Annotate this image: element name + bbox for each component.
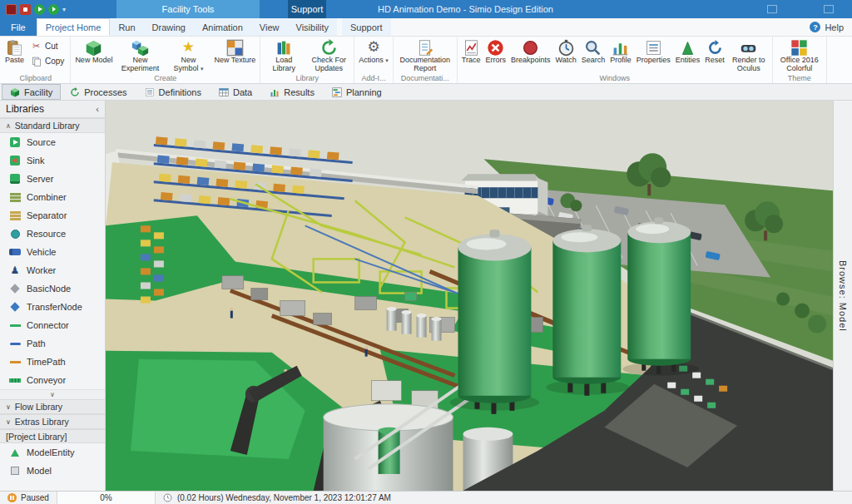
tab-visibility[interactable]: Visibility [288,18,338,36]
extras-library-header[interactable]: ∨ Extras Library [0,414,105,429]
tab-run[interactable]: Run [110,18,143,36]
ribbon-group-documentation: Documentation Report Documentati... [394,37,458,83]
titlebar-gap [260,0,288,18]
tab-file[interactable]: File [0,18,37,36]
documentation-report-button[interactable]: Documentation Report [395,37,455,73]
copy-button[interactable]: Copy [28,55,67,67]
help-button[interactable]: ? Help [801,18,852,36]
standard-library-header[interactable]: ∧ Standard Library [0,118,105,133]
minimize-icon[interactable] [767,5,777,13]
profile-button[interactable]: Profile [607,37,634,73]
properties-button[interactable]: Properties [634,37,673,73]
breakpoints-button[interactable]: Breakpoints [508,37,553,73]
trace-button[interactable]: Trace [459,37,483,73]
new-model-button[interactable]: New Model [72,37,115,73]
library-item-server[interactable]: Server [0,170,105,188]
search-icon [584,38,602,57]
check-for-updates-button[interactable]: Check For Updates [305,37,352,73]
tab-data[interactable]: Data [211,84,260,100]
library-item-sink[interactable]: Sink [0,151,105,170]
source-icon [9,137,21,148]
search-button[interactable]: Search [579,37,608,73]
tab-results[interactable]: Results [261,84,323,100]
copy-icon [31,56,42,67]
combiner-icon [9,192,21,203]
ribbon-group-theme: Office 2016 Colorful Theme [773,37,827,83]
watch-button[interactable]: Watch [553,37,579,73]
worker-icon [9,265,21,276]
new-experiment-button[interactable]: New Experiment [115,37,165,73]
facility-icon [10,87,20,97]
library-item-model[interactable]: Model [0,462,105,480]
properties-icon [645,38,662,57]
contextual-tab-facility-tools[interactable]: Facility Tools [116,0,260,18]
new-symbol-button[interactable]: ★ New Symbol ▾ [165,37,211,73]
library-item-combiner[interactable]: Combiner [0,188,105,206]
tab-processes[interactable]: Processes [62,84,135,100]
group-label-documentation: Documentati... [395,73,455,83]
basicnode-icon [9,284,21,294]
cut-icon: ✂ [31,41,42,52]
definitions-icon [145,87,155,97]
check-updates-icon [320,38,338,57]
breakpoints-icon [522,38,539,57]
library-item-path[interactable]: Path [0,334,105,353]
data-icon [219,87,229,97]
restore-icon[interactable] [824,5,834,13]
library-item-resource[interactable]: Resource [0,225,105,243]
chevron-up-icon: ∧ [6,122,11,130]
paste-button[interactable]: Paste [2,37,27,73]
new-texture-button[interactable]: New Texture [211,37,258,73]
group-label-clipboard: Clipboard [2,73,68,83]
contextual-tab-support[interactable]: Support [288,0,326,18]
tab-animation[interactable]: Animation [194,18,251,36]
vehicle-icon [9,247,21,258]
entities-button[interactable]: Entities [673,37,703,73]
clock-icon [163,493,172,502]
scroll-down-icon[interactable]: ∨ [0,389,105,399]
load-library-button[interactable]: Load Library [262,37,305,73]
qat-dropdown-icon[interactable]: ▾ [62,6,66,13]
simio-logo-icon[interactable] [6,4,17,15]
group-label-windows: Windows [459,73,770,83]
render-to-oculus-button[interactable]: Render to Oculus [727,37,770,73]
library-item-separator[interactable]: Separator [0,206,105,225]
library-item-conveyor[interactable]: Conveyor [0,371,105,389]
theme-button[interactable]: Office 2016 Colorful [775,37,825,73]
fast-forward-icon[interactable] [48,4,59,15]
status-bar: Paused 0% (0.02 Hours) Wednesday, Novemb… [0,491,852,504]
tab-support[interactable]: Support [342,18,391,36]
collapse-panel-icon[interactable]: ‹ [96,104,99,114]
actions-button[interactable]: ⚙ Actions ▾ [356,37,391,73]
trace-icon [463,38,480,57]
window-controls [749,0,852,18]
simulation-clock: (0.02 Hours) Wednesday, November 1, 2023… [156,492,399,504]
cut-button[interactable]: ✂ Cut [28,40,67,52]
tab-view[interactable]: View [251,18,288,36]
tab-project-home[interactable]: Project Home [37,18,111,36]
tab-facility[interactable]: Facility [2,84,61,100]
library-item-source[interactable]: Source [0,133,105,151]
record-icon[interactable] [20,4,31,15]
library-item-timepath[interactable]: TimePath [0,353,105,371]
library-item-modelentity[interactable]: ModelEntity [0,443,105,462]
flow-library-header[interactable]: ∨ Flow Library [0,399,105,414]
tab-planning[interactable]: Planning [324,84,390,100]
library-item-transfernode[interactable]: TransferNode [0,298,105,316]
tab-definitions[interactable]: Definitions [136,84,210,100]
library-item-worker[interactable]: Worker [0,261,105,279]
sink-icon [9,156,21,166]
pause-icon [7,493,17,502]
run-state[interactable]: Paused [0,492,57,504]
browse-model-tab[interactable]: Browse: Model [833,101,852,491]
errors-button[interactable]: Errors [483,37,508,73]
libraries-panel: Libraries ‹ ∧ Standard Library Source Si… [0,101,106,491]
3d-viewport[interactable] [106,101,833,491]
libraries-panel-header: Libraries ‹ [0,101,105,118]
library-item-basicnode[interactable]: BasicNode [0,279,105,298]
reset-button[interactable]: Reset [702,37,727,73]
library-item-vehicle[interactable]: Vehicle [0,243,105,261]
tab-drawing[interactable]: Drawing [144,18,194,36]
run-icon[interactable] [34,4,45,15]
library-item-connector[interactable]: Connector [0,316,105,334]
